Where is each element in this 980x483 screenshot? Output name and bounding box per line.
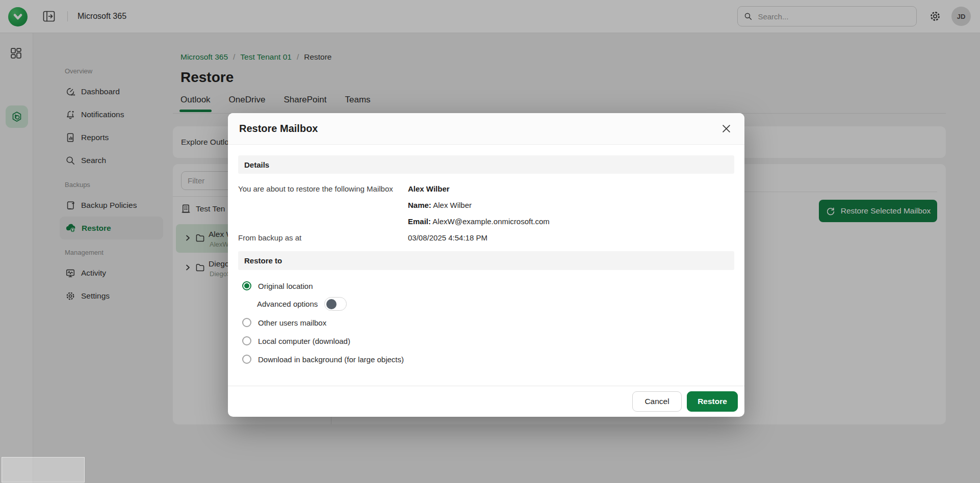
from-backup-timestamp: 03/08/2025 4:54:18 PM <box>408 233 487 243</box>
option-label: Local computer (download) <box>258 337 350 345</box>
advanced-options-label: Advanced options <box>257 300 318 308</box>
radio-download-in-background[interactable] <box>242 355 251 364</box>
from-backup-label: From backup as at <box>238 233 301 243</box>
mailbox-display-name: Alex Wilber <box>408 184 450 194</box>
details-section-header: Details <box>238 155 734 174</box>
dialog-footer: Cancel Restore <box>228 386 744 417</box>
option-label: Other users mailbox <box>258 318 326 327</box>
name-value: Alex Wilber <box>433 201 472 209</box>
email-label: Email: <box>408 217 431 226</box>
name-label: Name: <box>408 201 431 209</box>
option-label: Download in background (for large object… <box>258 355 404 364</box>
option-label: Original location <box>258 282 313 290</box>
radio-original-location[interactable] <box>242 281 251 290</box>
email-value: AlexW@example.onmicrosoft.com <box>432 217 549 226</box>
about-to-restore-label: You are about to restore the following M… <box>238 184 393 194</box>
close-icon[interactable] <box>719 122 733 136</box>
cancel-button[interactable]: Cancel <box>632 391 682 412</box>
mailbox-name-row: Name: Alex Wilber <box>408 200 472 210</box>
mailbox-email-row: Email: AlexW@example.onmicrosoft.com <box>408 217 550 226</box>
radio-local-computer[interactable] <box>242 336 251 345</box>
bottom-left-panel <box>2 457 85 482</box>
option-other-users-mailbox[interactable]: Other users mailbox <box>242 316 326 329</box>
advanced-options-toggle[interactable] <box>324 297 347 311</box>
option-original-location[interactable]: Original location <box>242 280 313 292</box>
restore-to-section-header: Restore to <box>238 251 734 270</box>
restore-mailbox-dialog: Restore Mailbox Details You are about to… <box>228 113 744 417</box>
app-screen: Microsoft 365 JD <box>0 0 980 483</box>
toggle-knob <box>326 299 337 309</box>
option-local-computer[interactable]: Local computer (download) <box>242 335 350 347</box>
dialog-title: Restore Mailbox <box>239 123 318 135</box>
dialog-header: Restore Mailbox <box>228 113 744 145</box>
option-download-in-background[interactable]: Download in background (for large object… <box>242 353 404 365</box>
radio-other-users-mailbox[interactable] <box>242 318 251 327</box>
restore-button[interactable]: Restore <box>687 391 738 412</box>
advanced-options-row: Advanced options <box>257 297 347 311</box>
